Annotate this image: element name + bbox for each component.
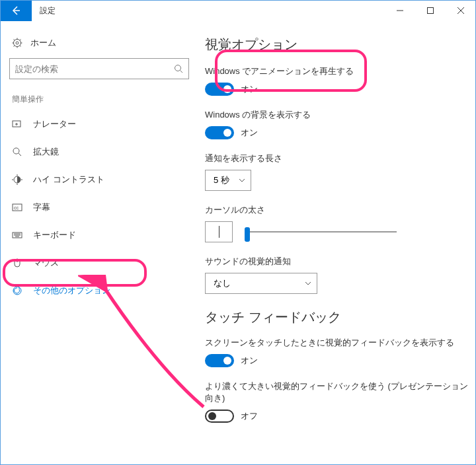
- combo-sound-visual[interactable]: なし: [205, 273, 317, 294]
- sidebar-item-label: キーボード: [33, 229, 76, 241]
- sidebar-item-narrator[interactable]: ナレーター: [0, 110, 198, 138]
- svg-point-5: [14, 40, 21, 47]
- heading-visual-options: 視覚オプション: [205, 36, 476, 54]
- close-button[interactable]: [446, 0, 476, 21]
- cc-icon: cc: [12, 202, 22, 213]
- svg-line-13: [20, 40, 21, 41]
- toggle-show-background-state: オン: [241, 127, 258, 139]
- svg-line-11: [14, 40, 15, 41]
- toggle-animations-state: オン: [241, 83, 258, 95]
- sidebar-item-keyboard[interactable]: キーボード: [0, 221, 198, 249]
- sidebar-item-label: マウス: [33, 257, 59, 269]
- svg-line-12: [20, 46, 21, 47]
- home-label: ホーム: [30, 37, 56, 49]
- combo-notification-duration[interactable]: 5 秒: [205, 170, 251, 191]
- sidebar-item-label: 字幕: [33, 201, 50, 213]
- sidebar-item-label: その他のオプション: [33, 285, 110, 297]
- label-animations: Windows でアニメーションを再生する: [205, 65, 476, 77]
- sidebar-item-cc[interactable]: cc 字幕: [0, 194, 198, 221]
- magnifier-icon: [12, 147, 22, 157]
- label-show-background: Windows の背景を表示する: [205, 109, 476, 121]
- sidebar-item-highcontrast[interactable]: ハイ コントラスト: [0, 166, 198, 194]
- maximize-button[interactable]: [415, 0, 446, 21]
- svg-line-14: [14, 46, 15, 47]
- narrator-icon: [12, 119, 22, 129]
- sidebar: ホーム 簡単操作 ナレーター 拡大鏡 ハイ コントラスト cc 字幕: [0, 21, 198, 465]
- toggle-touch-visual[interactable]: [205, 354, 234, 367]
- sidebar-item-other-options[interactable]: その他のオプション: [0, 277, 198, 304]
- sidebar-section-label: 簡単操作: [0, 86, 198, 110]
- minimize-button[interactable]: [385, 0, 415, 21]
- combo-sound-visual-value: なし: [214, 277, 231, 289]
- search-icon: [174, 64, 183, 73]
- toggle-touch-dark-state: オフ: [241, 410, 258, 422]
- svg-text:cc: cc: [14, 205, 19, 210]
- toggle-show-background[interactable]: [205, 126, 234, 139]
- slider-cursor-thickness[interactable]: [245, 224, 397, 240]
- cursor-preview: [205, 221, 233, 242]
- combo-notification-duration-value: 5 秒: [214, 174, 229, 186]
- keyboard-icon: [12, 230, 22, 240]
- window-title: 設定: [32, 0, 63, 21]
- sidebar-item-label: 拡大鏡: [33, 146, 59, 158]
- sidebar-item-mouse[interactable]: マウス: [0, 249, 198, 277]
- sidebar-item-label: ハイ コントラスト: [33, 174, 104, 186]
- label-sound-visual: サウンドの視覚的通知: [205, 256, 476, 268]
- toggle-touch-dark[interactable]: [205, 410, 234, 423]
- label-notification-duration: 通知を表示する長さ: [205, 153, 476, 164]
- home-link[interactable]: ホーム: [0, 33, 198, 58]
- svg-line-16: [180, 71, 183, 73]
- back-button[interactable]: [0, 0, 32, 21]
- toggle-touch-visual-state: オン: [241, 355, 258, 367]
- toggle-animations[interactable]: [205, 83, 234, 96]
- chevron-down-icon: [239, 177, 245, 184]
- sidebar-item-label: ナレーター: [33, 118, 76, 130]
- main-panel: 視覚オプション Windows でアニメーションを再生する オン Windows…: [198, 21, 476, 465]
- options-icon: [12, 285, 22, 296]
- label-cursor-thickness: カーソルの太さ: [205, 204, 476, 216]
- gear-icon: [12, 38, 22, 48]
- heading-touch-feedback: タッチ フィードバック: [205, 308, 476, 326]
- sidebar-item-magnifier[interactable]: 拡大鏡: [0, 138, 198, 166]
- svg-rect-2: [428, 8, 434, 14]
- search-input[interactable]: [9, 58, 189, 79]
- mouse-icon: [12, 258, 22, 268]
- contrast-icon: [12, 174, 22, 185]
- svg-point-18: [13, 148, 19, 154]
- svg-line-19: [19, 153, 21, 156]
- svg-point-6: [16, 42, 19, 44]
- chevron-down-icon: [305, 280, 311, 287]
- label-touch-dark: より濃くて大きい視覚的フィードバックを使う (プレゼンテーション向き): [205, 380, 476, 404]
- label-touch-visual: スクリーンをタッチしたときに視覚的フィードバックを表示する: [205, 337, 476, 349]
- svg-point-15: [175, 65, 181, 71]
- search-field[interactable]: [15, 64, 174, 74]
